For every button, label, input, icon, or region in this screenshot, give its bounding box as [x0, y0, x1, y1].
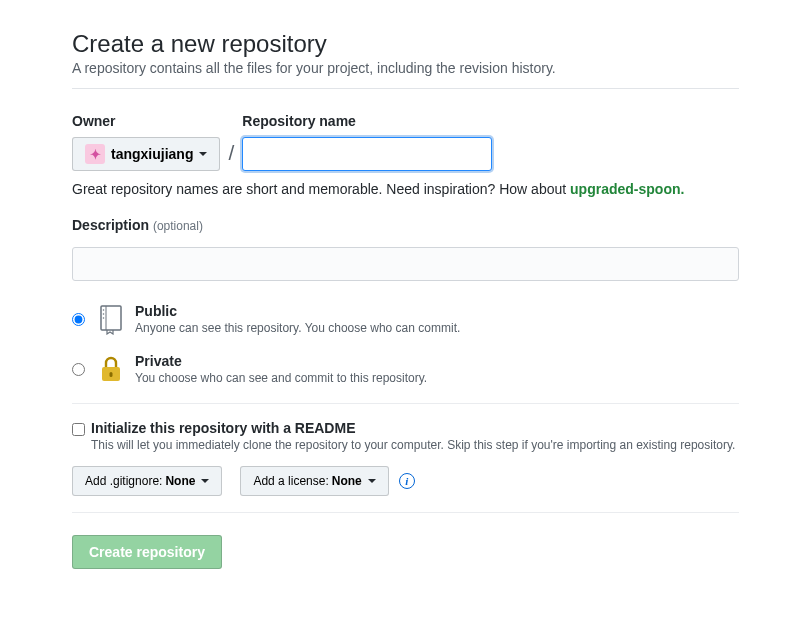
public-title: Public: [135, 303, 460, 319]
lock-icon: [95, 353, 127, 385]
create-repository-button[interactable]: Create repository: [72, 535, 222, 569]
divider: [72, 88, 739, 89]
svg-rect-6: [110, 372, 113, 377]
chevron-down-icon: [368, 479, 376, 483]
divider: [72, 403, 739, 404]
svg-point-4: [103, 317, 105, 319]
visibility-public-option[interactable]: Public Anyone can see this repository. Y…: [72, 303, 739, 335]
private-desc: You choose who can see and commit to thi…: [135, 371, 427, 385]
repo-name-input[interactable]: [242, 137, 492, 171]
name-suggestion-link[interactable]: upgraded-spoon.: [570, 181, 684, 197]
readme-option[interactable]: Initialize this repository with a README…: [72, 420, 739, 452]
readme-desc: This will let you immediately clone the …: [91, 438, 735, 452]
public-radio[interactable]: [72, 313, 85, 326]
repo-icon: [95, 303, 127, 335]
page-subtitle: A repository contains all the files for …: [72, 60, 739, 76]
repo-name-hint: Great repository names are short and mem…: [72, 181, 739, 197]
page-title: Create a new repository: [72, 30, 739, 58]
license-select-button[interactable]: Add a license: None: [240, 466, 388, 496]
svg-point-2: [103, 309, 105, 311]
owner-label: Owner: [72, 113, 220, 129]
private-radio[interactable]: [72, 363, 85, 376]
owner-username: tangxiujiang: [111, 146, 193, 162]
info-icon[interactable]: i: [399, 473, 415, 489]
chevron-down-icon: [201, 479, 209, 483]
public-desc: Anyone can see this repository. You choo…: [135, 321, 460, 335]
chevron-down-icon: [199, 152, 207, 156]
avatar: ✦: [85, 144, 105, 164]
svg-point-3: [103, 313, 105, 315]
description-label: Description (optional): [72, 217, 739, 233]
divider: [72, 512, 739, 513]
separator-slash: /: [228, 141, 234, 165]
optional-tag: (optional): [153, 219, 203, 233]
readme-title: Initialize this repository with a README: [91, 420, 735, 436]
visibility-private-option[interactable]: Private You choose who can see and commi…: [72, 353, 739, 385]
private-title: Private: [135, 353, 427, 369]
gitignore-select-button[interactable]: Add .gitignore: None: [72, 466, 222, 496]
repo-name-label: Repository name: [242, 113, 492, 129]
description-input[interactable]: [72, 247, 739, 281]
owner-select-button[interactable]: ✦ tangxiujiang: [72, 137, 220, 171]
readme-checkbox[interactable]: [72, 423, 85, 436]
